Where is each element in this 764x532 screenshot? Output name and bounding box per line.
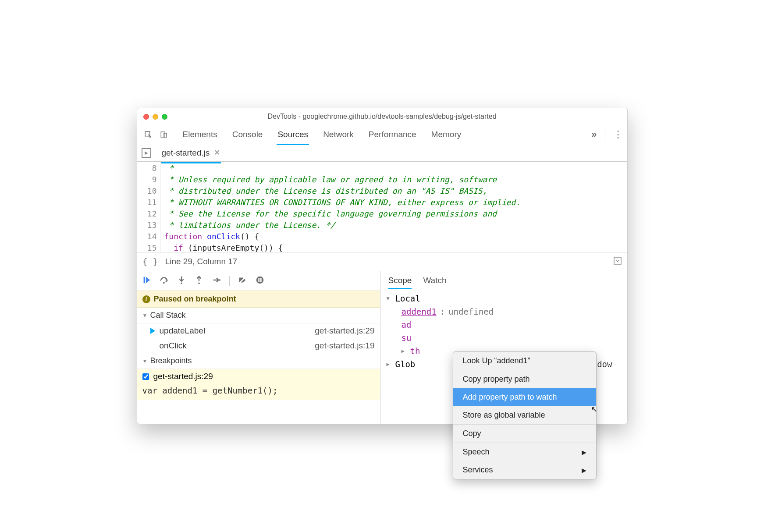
tab-performance[interactable]: Performance: [368, 126, 417, 143]
file-tab-label: get-started.js: [162, 148, 210, 158]
main-toolbar: Elements Console Sources Network Perform…: [137, 125, 627, 144]
tab-elements[interactable]: Elements: [182, 126, 218, 143]
tab-console[interactable]: Console: [231, 126, 264, 143]
svg-rect-3: [614, 257, 621, 264]
breakpoint-checkbox[interactable]: [142, 373, 149, 380]
tab-memory[interactable]: Memory: [430, 126, 462, 143]
context-menu-item[interactable]: Copy: [453, 425, 596, 443]
menu-item-label: Store as global variable: [463, 411, 545, 420]
context-menu: Look Up “addend1”Copy property pathAdd p…: [453, 351, 597, 479]
separator: [605, 129, 605, 140]
submenu-arrow-icon: ▶: [582, 467, 586, 474]
code-content: * * Unless required by applicable law or…: [161, 162, 524, 252]
chevron-down-icon: ▼: [142, 358, 148, 364]
pretty-print-icon[interactable]: { }: [142, 256, 158, 267]
call-stack-frame[interactable]: onClickget-started.js:19: [137, 338, 380, 353]
file-tab-get-started[interactable]: get-started.js ✕: [161, 145, 221, 160]
code-editor[interactable]: 8910111213141516 * * Unless required by …: [137, 162, 627, 252]
chevron-right-icon: ▶: [402, 344, 407, 358]
window-title: DevTools - googlechrome.github.io/devtoo…: [137, 113, 627, 121]
tab-scope[interactable]: Scope: [388, 276, 412, 289]
svg-point-7: [219, 279, 220, 281]
info-icon: i: [142, 295, 150, 303]
settings-menu-icon[interactable]: ⋮: [613, 129, 623, 140]
svg-point-6: [198, 283, 200, 284]
frame-function: onClick: [160, 341, 187, 351]
panel-tabs: Elements Console Sources Network Perform…: [182, 126, 462, 143]
frame-function: updateLabel: [160, 326, 206, 336]
separator: [229, 276, 230, 286]
paused-message: Paused on breakpoint: [154, 294, 236, 304]
paused-banner: i Paused on breakpoint: [137, 291, 380, 308]
svg-point-4: [163, 282, 165, 284]
menu-item-label: Speech: [463, 447, 490, 457]
debugger-controls: [137, 271, 380, 291]
step-over-icon[interactable]: [159, 275, 169, 287]
call-stack-list: updateLabelget-started.js:29onClickget-s…: [137, 323, 380, 353]
menu-item-label: Copy property path: [463, 375, 530, 384]
scope-var-partial[interactable]: su: [402, 331, 621, 344]
scope-local-header[interactable]: ▼ Local: [387, 292, 621, 305]
chevron-right-icon: ▶: [387, 358, 392, 371]
breakpoints-header[interactable]: ▼ Breakpoints: [137, 353, 380, 369]
breakpoint-item[interactable]: get-started.js:29: [137, 369, 380, 384]
collapse-icon[interactable]: [613, 256, 622, 267]
submenu-arrow-icon: ▶: [582, 449, 586, 456]
svg-point-5: [181, 283, 182, 284]
current-frame-icon: [150, 328, 155, 334]
scope-watch-tabs: Scope Watch: [380, 271, 627, 289]
inspect-element-icon[interactable]: [142, 128, 155, 141]
file-tabstrip: get-started.js ✕: [137, 144, 627, 162]
scope-var-addend1[interactable]: addend1: undefined: [402, 305, 621, 318]
context-menu-item[interactable]: Add property path to watch: [453, 388, 596, 406]
context-menu-item[interactable]: Look Up “addend1”: [453, 352, 596, 370]
step-out-icon[interactable]: [194, 275, 204, 287]
breakpoint-code: var addend1 = getNumber1();: [137, 384, 380, 400]
svg-rect-11: [260, 278, 261, 282]
context-menu-item[interactable]: Store as global variable: [453, 406, 596, 424]
svg-rect-1: [161, 132, 165, 137]
deactivate-breakpoints-icon[interactable]: [238, 275, 247, 287]
device-toolbar-icon[interactable]: [157, 128, 171, 141]
close-icon[interactable]: ✕: [214, 148, 220, 157]
titlebar: DevTools - googlechrome.github.io/devtoo…: [137, 108, 627, 125]
scope-var-partial[interactable]: ad: [402, 318, 621, 331]
call-stack-frame[interactable]: updateLabelget-started.js:29: [137, 323, 380, 338]
overflow-icon[interactable]: »: [591, 129, 597, 140]
pause-on-exceptions-icon[interactable]: [255, 275, 265, 287]
menu-item-label: Copy: [463, 429, 481, 438]
devtools-window: DevTools - googlechrome.github.io/devtoo…: [137, 108, 628, 424]
svg-point-9: [256, 277, 263, 284]
step-into-icon[interactable]: [177, 275, 186, 287]
tab-sources[interactable]: Sources: [277, 126, 309, 143]
tab-network[interactable]: Network: [322, 126, 355, 143]
menu-item-label: Look Up “addend1”: [463, 356, 530, 365]
context-menu-item[interactable]: Services▶: [453, 461, 596, 479]
frame-location: get-started.js:19: [315, 341, 374, 351]
chevron-down-icon: ▼: [142, 312, 148, 319]
context-menu-item[interactable]: Copy property path: [453, 370, 596, 388]
frame-location: get-started.js:29: [315, 326, 374, 336]
editor-statusbar: { } Line 29, Column 17: [137, 252, 627, 271]
step-icon[interactable]: [212, 275, 221, 287]
cursor-position: Line 29, Column 17: [165, 257, 238, 266]
menu-item-label: Services: [463, 465, 493, 475]
breakpoint-label: get-started.js:29: [153, 372, 213, 381]
context-menu-item[interactable]: Speech▶: [453, 443, 596, 461]
line-gutter: 8910111213141516: [137, 162, 161, 252]
svg-rect-10: [258, 278, 259, 282]
navigator-pane-icon[interactable]: [142, 148, 151, 158]
tab-watch[interactable]: Watch: [423, 276, 446, 289]
menu-item-label: Add property path to watch: [463, 393, 557, 402]
resume-icon[interactable]: [142, 275, 151, 287]
debugger-left-pane: i Paused on breakpoint ▼ Call Stack upda…: [137, 271, 380, 424]
chevron-down-icon: ▼: [387, 292, 392, 305]
call-stack-header[interactable]: ▼ Call Stack: [137, 308, 380, 323]
